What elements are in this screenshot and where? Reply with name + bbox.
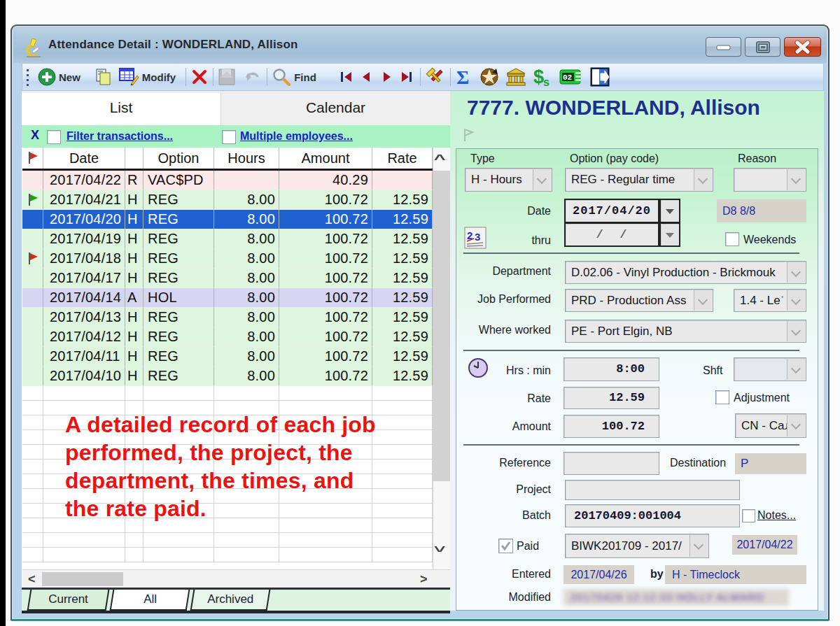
svg-text:$: $ <box>533 66 544 87</box>
svg-text:3: 3 <box>475 231 480 243</box>
svg-text:02: 02 <box>563 73 572 82</box>
svg-text:Σ: Σ <box>456 66 469 87</box>
svg-text:s: s <box>543 76 550 87</box>
